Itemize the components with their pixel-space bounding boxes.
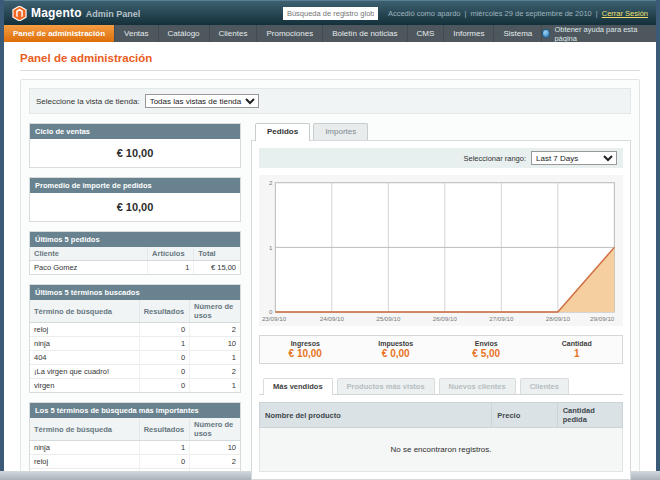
cell-uses: 1 bbox=[190, 351, 240, 365]
range-label: Seleccionar rango: bbox=[463, 154, 526, 163]
stat-label: Impuestos bbox=[351, 340, 442, 347]
nav-item-system[interactable]: Sistema bbox=[494, 25, 542, 42]
logged-in-as: Accedió como apardo bbox=[388, 9, 461, 18]
store-view-select[interactable]: Todas las vistas de tienda bbox=[145, 94, 259, 108]
table-row[interactable]: ninja 1 10 bbox=[30, 441, 240, 455]
column-header: Cantidad pedida bbox=[557, 403, 622, 428]
range-bar: Seleccionar rango: Last 7 Days bbox=[259, 148, 623, 168]
table-row[interactable]: ninja 1 10 bbox=[30, 337, 240, 351]
stat-label: Envíos bbox=[441, 340, 532, 347]
avg-order-widget: Promedio de importe de pedidos € 10,00 bbox=[29, 177, 241, 222]
table-row[interactable]: Paco Gomez 1 € 15,00 bbox=[30, 261, 240, 275]
column-header: Artículos bbox=[148, 247, 194, 261]
last-orders-title: Últimos 5 pedidos bbox=[30, 232, 240, 247]
column-header: Cliente bbox=[30, 247, 148, 261]
brand-suffix: Admin Panel bbox=[86, 9, 141, 19]
cell-term[interactable]: reloj bbox=[30, 455, 139, 469]
cell-results: 1 bbox=[139, 441, 189, 455]
main-nav: Panel de administración Ventas Catálogo … bbox=[4, 25, 656, 42]
dashboard-right-column: Pedidos Importes Seleccionar rango: Last… bbox=[251, 123, 631, 480]
cell-uses: 10 bbox=[190, 441, 240, 455]
cell-results: 0 bbox=[139, 323, 189, 337]
tab-pedidos[interactable]: Pedidos bbox=[255, 123, 310, 141]
title-divider bbox=[20, 70, 640, 71]
sales-cycle-value: € 10,00 bbox=[30, 139, 240, 167]
cell-uses: 2 bbox=[190, 365, 240, 379]
global-search-input[interactable] bbox=[283, 7, 378, 20]
help-link[interactable]: Obtener ayuda para esta página bbox=[542, 25, 656, 42]
magento-logo[interactable]: Magento Admin Panel bbox=[12, 6, 140, 21]
table-row[interactable]: reloj 0 2 bbox=[30, 323, 240, 337]
last-search-terms-title: Últimos 5 términos buscados bbox=[30, 285, 240, 300]
page-content: Panel de administración Seleccione la vi… bbox=[4, 42, 656, 463]
column-header: Resultados bbox=[139, 300, 189, 323]
column-header: Total bbox=[194, 247, 240, 261]
tab-nuevos-clientes[interactable]: Nuevos clientes bbox=[439, 378, 516, 394]
top-search-terms-widget: Los 5 términos de búsqueda más important… bbox=[29, 402, 241, 480]
stat-envios: Envíos € 5,00 bbox=[441, 336, 532, 363]
nav-item-dashboard[interactable]: Panel de administración bbox=[4, 25, 115, 42]
page-title: Panel de administración bbox=[20, 52, 640, 64]
svg-text:2: 2 bbox=[269, 179, 273, 186]
nav-item-promotions[interactable]: Promociones bbox=[257, 25, 323, 42]
table-row[interactable]: reloj 0 2 bbox=[30, 455, 240, 469]
separator: | bbox=[464, 9, 466, 18]
svg-text:27/09/10: 27/09/10 bbox=[489, 315, 514, 322]
tab-productos-mas-vistos[interactable]: Productos más vistos bbox=[337, 378, 435, 394]
nav-item-customers[interactable]: Clientes bbox=[210, 25, 258, 42]
svg-text:29/09/10: 29/09/10 bbox=[590, 315, 615, 322]
cell-uses: 1 bbox=[190, 379, 240, 393]
tab-importes[interactable]: Importes bbox=[313, 123, 368, 140]
store-view-label: Seleccione la vista de tienda: bbox=[36, 97, 140, 106]
avg-order-value: € 10,00 bbox=[30, 193, 240, 221]
cell-term[interactable]: 404 bbox=[30, 351, 139, 365]
chart-tabs: Pedidos Importes bbox=[251, 123, 631, 140]
products-tabs: Más vendidos Productos más vistos Nuevos… bbox=[259, 378, 623, 395]
range-select[interactable]: Last 7 Days bbox=[531, 151, 617, 165]
table-row[interactable]: ¡La virgen que cuadro! 0 2 bbox=[30, 365, 240, 379]
table-row[interactable]: 404 0 1 bbox=[30, 351, 240, 365]
magento-shield-icon bbox=[12, 6, 27, 21]
cell-results: 0 bbox=[139, 455, 189, 469]
cell-term[interactable]: reloj bbox=[30, 323, 139, 337]
separator: | bbox=[596, 9, 598, 18]
cell-term[interactable]: virgen bbox=[30, 379, 139, 393]
empty-grid-message: No se encontraron registros. bbox=[259, 428, 623, 472]
column-header: Término de búsqueda bbox=[30, 418, 139, 441]
svg-text:26/09/10: 26/09/10 bbox=[433, 315, 458, 322]
column-header: Precio bbox=[492, 403, 557, 428]
last-orders-widget: Últimos 5 pedidos Cliente Artículos Tota… bbox=[29, 231, 241, 275]
window-frame: Magento Admin Panel Accedió como apardo … bbox=[0, 0, 660, 480]
dashboard-left-column: Ciclo de ventas € 10,00 Promedio de impo… bbox=[29, 123, 241, 480]
column-header: Número de usos bbox=[190, 418, 240, 441]
cell-results: 0 bbox=[139, 365, 189, 379]
cell-uses: 2 bbox=[190, 323, 240, 337]
orders-chart: 01223/09/1024/09/1025/09/1026/09/1027/09… bbox=[259, 175, 623, 326]
cell-term[interactable]: ninja bbox=[30, 337, 139, 351]
nav-item-sales[interactable]: Ventas bbox=[115, 25, 158, 42]
cell-results: 0 bbox=[139, 379, 189, 393]
last-search-terms-table: Término de búsqueda Resultados Número de… bbox=[30, 300, 240, 392]
cell-customer[interactable]: Paco Gomez bbox=[30, 261, 148, 275]
nav-item-reports[interactable]: Informes bbox=[444, 25, 494, 42]
totals-bar: Ingresos € 10,00 Impuestos € 0,00 Envíos… bbox=[259, 335, 623, 364]
cell-results: 1 bbox=[139, 337, 189, 351]
nav-item-newsletter[interactable]: Boletín de noticias bbox=[323, 25, 407, 42]
cell-term[interactable]: ¡La virgen que cuadro! bbox=[30, 365, 139, 379]
nav-item-catalog[interactable]: Catálogo bbox=[159, 25, 210, 42]
column-header: Resultados bbox=[139, 418, 189, 441]
help-globe-icon bbox=[542, 29, 550, 38]
logout-link[interactable]: Cerrar Sesión bbox=[602, 9, 648, 18]
stat-impuestos: Impuestos € 0,00 bbox=[351, 336, 442, 363]
cell-term[interactable]: ninja bbox=[30, 441, 139, 455]
column-header: Término de búsqueda bbox=[30, 300, 139, 323]
sales-cycle-title: Ciclo de ventas bbox=[30, 124, 240, 139]
svg-text:1: 1 bbox=[269, 244, 273, 251]
top-search-terms-title: Los 5 términos de búsqueda más important… bbox=[30, 403, 240, 418]
tab-mas-vendidos[interactable]: Más vendidos bbox=[263, 378, 333, 395]
svg-text:24/09/10: 24/09/10 bbox=[320, 315, 345, 322]
table-row[interactable]: virgen 0 1 bbox=[30, 379, 240, 393]
stat-label: Ingresos bbox=[260, 340, 351, 347]
nav-item-cms[interactable]: CMS bbox=[408, 25, 445, 42]
tab-clientes[interactable]: Clientes bbox=[520, 378, 569, 394]
